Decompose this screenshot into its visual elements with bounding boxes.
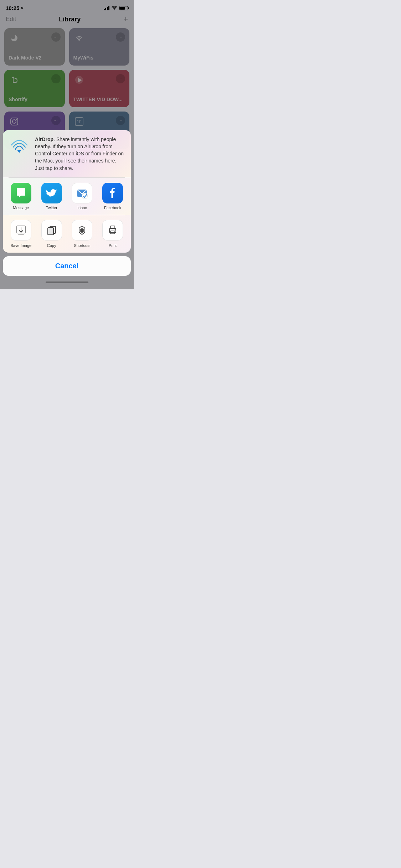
shortcuts-icon [72,220,92,241]
twitter-icon [41,183,62,203]
action-copy[interactable]: Copy [36,220,67,248]
airdrop-section[interactable]: AirDrop. Share instantly with people nea… [3,130,131,177]
save-image-icon [11,220,31,241]
share-card-main: AirDrop. Share instantly with people nea… [3,130,131,253]
copy-icon [41,220,62,241]
share-app-twitter[interactable]: Twitter [36,183,67,210]
share-app-message[interactable]: Message [6,183,36,210]
apps-row: Message Twitter [3,178,131,215]
inbox-icon [72,183,92,203]
home-indicator [0,279,134,286]
cancel-button[interactable]: Cancel [9,262,125,270]
actions-row: Save Image Copy [3,215,131,253]
airdrop-title: AirDrop [35,136,53,142]
home-bar [46,281,88,283]
svg-rect-21 [110,231,115,234]
shortcuts-label: Shortcuts [74,243,90,248]
cancel-card: Cancel [3,256,131,276]
airdrop-text: AirDrop. Share instantly with people nea… [35,136,125,172]
svg-rect-15 [48,228,53,235]
print-label: Print [109,243,117,248]
facebook-label: Facebook [104,206,121,210]
facebook-icon [102,183,123,203]
svg-point-8 [18,150,20,152]
message-icon [11,183,31,203]
airdrop-logo [9,136,30,157]
action-print[interactable]: Print [97,220,128,248]
action-shortcuts[interactable]: Shortcuts [67,220,98,248]
copy-label: Copy [47,243,56,248]
message-label: Message [13,206,29,210]
action-save-image[interactable]: Save Image [6,220,36,248]
share-app-facebook[interactable]: Facebook [97,183,128,210]
svg-point-22 [115,229,116,231]
save-image-label: Save Image [11,243,32,248]
svg-rect-20 [110,226,115,228]
print-icon [102,220,123,241]
share-app-inbox[interactable]: Inbox [67,183,98,210]
inbox-label: Inbox [77,206,87,210]
share-sheet: AirDrop. Share instantly with people nea… [0,130,134,289]
twitter-label: Twitter [46,206,57,210]
